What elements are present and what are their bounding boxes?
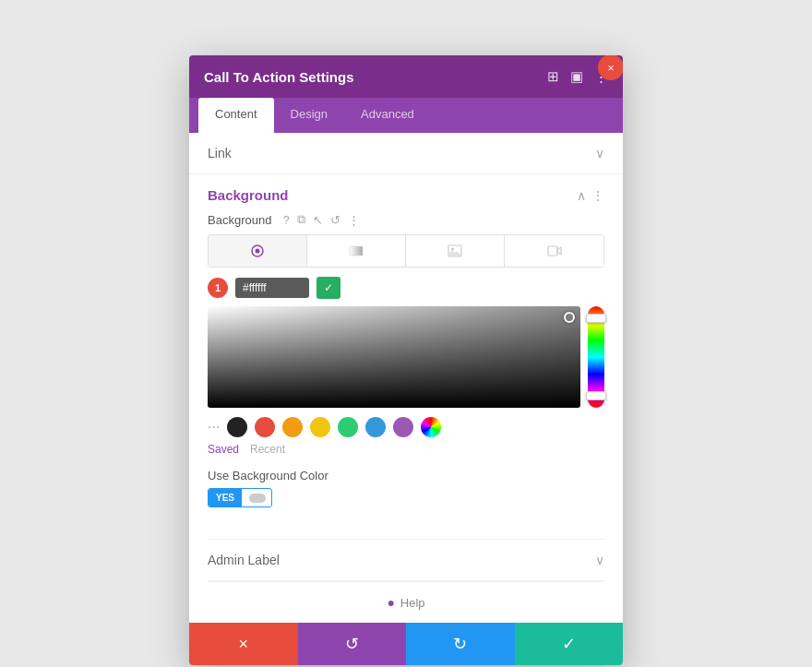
bg-type-gradient[interactable] (307, 235, 406, 267)
redo-icon: ↻ (453, 634, 467, 654)
bg-type-tabs (208, 234, 604, 268)
modal: × Call To Action Settings ⊞ ▣ ⋮ Content … (189, 55, 623, 665)
image-tab-icon (448, 244, 462, 258)
confirm-icon: ✓ (562, 634, 576, 654)
color-gradient-area[interactable] (208, 306, 604, 408)
toggle-yes[interactable]: YES (209, 489, 242, 506)
background-controls-label: Background (208, 213, 271, 227)
use-bg-label: Use Background Color (208, 469, 604, 482)
color-tab-icon (250, 244, 265, 258)
admin-label-text: Admin Label (208, 553, 280, 567)
bg-type-color[interactable] (209, 235, 307, 267)
svg-point-4 (451, 248, 454, 251)
color-input-row: 1 ✓ (208, 277, 604, 299)
background-section: Background ∧ ⋮ Background ? ⧉ ↖ ↺ ⋮ (189, 174, 623, 539)
swatch-black[interactable] (227, 417, 247, 437)
swatch-orange[interactable] (282, 417, 303, 437)
swatch-rainbow[interactable] (421, 417, 441, 437)
swatches-row: ··· (208, 417, 604, 437)
cursor-icon[interactable]: ↖ (313, 213, 323, 227)
saved-tab[interactable]: Saved (208, 443, 239, 456)
use-bg-section: Use Background Color YES (208, 469, 604, 507)
close-icon-top: × (607, 61, 615, 75)
tabs-bar: Content Design Advanced (189, 98, 623, 133)
modal-title: Call To Action Settings (204, 69, 354, 85)
background-title: Background (208, 187, 289, 203)
confirm-button[interactable]: ✓ (515, 623, 624, 665)
gradient-selector[interactable] (564, 312, 575, 323)
color-number-badge: 1 (208, 278, 228, 298)
background-header-right: ∧ ⋮ (577, 188, 604, 203)
swatch-yellow[interactable] (310, 417, 330, 437)
copy-icon[interactable]: ⧉ (297, 212, 305, 227)
bg-type-video[interactable] (505, 235, 603, 267)
bg-type-image[interactable] (406, 235, 505, 267)
toggle-no (242, 490, 272, 506)
hue-handle-top[interactable] (586, 314, 606, 323)
background-more-icon[interactable]: ⋮ (591, 188, 604, 203)
link-label: Link (208, 146, 232, 161)
swatch-red[interactable] (255, 417, 275, 437)
swatch-blue[interactable] (365, 417, 386, 437)
expand-icon[interactable]: ⊞ (547, 68, 559, 85)
tab-content[interactable]: Content (198, 98, 274, 133)
hue-handle-bottom[interactable] (586, 391, 606, 400)
bg-more-icon[interactable]: ⋮ (348, 213, 360, 227)
color-confirm-button[interactable]: ✓ (316, 277, 340, 299)
undo-button[interactable]: ↺ (298, 623, 407, 665)
svg-rect-2 (350, 246, 363, 256)
modal-content: Link ∨ Background ∧ ⋮ Background ? ⧉ (189, 133, 623, 623)
cancel-button[interactable]: × (189, 623, 298, 665)
more-swatches-icon[interactable]: ··· (208, 419, 220, 435)
saved-recent-row: Saved Recent (208, 443, 604, 456)
modal-header: Call To Action Settings ⊞ ▣ ⋮ (189, 55, 623, 98)
undo-small-icon[interactable]: ↺ (330, 213, 340, 227)
help-circle-icon: ● (387, 595, 394, 610)
background-header: Background ∧ ⋮ (208, 174, 604, 212)
toggle-container[interactable]: YES (208, 488, 272, 507)
undo-icon: ↺ (345, 634, 359, 654)
tab-design[interactable]: Design (274, 98, 344, 133)
admin-label-row[interactable]: Admin Label ∨ (208, 540, 604, 581)
hue-slider-container[interactable] (588, 306, 604, 408)
swatch-purple[interactable] (393, 417, 413, 437)
background-collapse-icon[interactable]: ∧ (577, 188, 586, 203)
recent-tab[interactable]: Recent (250, 443, 285, 456)
link-chevron-icon: ∨ (595, 146, 604, 161)
cancel-icon: × (238, 635, 248, 654)
admin-label-section: Admin Label ∨ (189, 540, 623, 581)
modal-footer: × ↺ ↻ ✓ (189, 623, 623, 665)
background-controls-row: Background ? ⧉ ↖ ↺ ⋮ (208, 212, 604, 227)
redo-button[interactable]: ↻ (406, 623, 515, 665)
svg-rect-5 (548, 246, 557, 256)
help-row[interactable]: ● Help (189, 582, 623, 623)
tab-advanced[interactable]: Advanced (344, 98, 431, 133)
admin-label-chevron-icon: ∨ (595, 553, 604, 567)
color-hex-input[interactable] (235, 278, 309, 298)
close-button-top[interactable]: × (598, 55, 623, 80)
link-section[interactable]: Link ∨ (189, 133, 623, 174)
video-tab-icon (547, 244, 562, 258)
svg-point-1 (256, 249, 260, 254)
help-question-icon[interactable]: ? (282, 213, 289, 227)
gradient-tab-icon (349, 244, 364, 258)
swatch-green[interactable] (338, 417, 358, 437)
help-label: Help (400, 596, 425, 610)
gradient-canvas[interactable] (208, 306, 580, 408)
columns-icon[interactable]: ▣ (570, 68, 583, 85)
